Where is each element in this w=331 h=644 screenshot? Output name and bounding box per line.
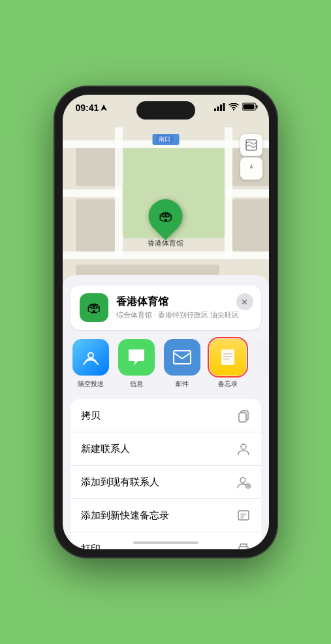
map-icon (245, 139, 257, 151)
svg-rect-1 (214, 108, 216, 111)
svg-point-5 (232, 108, 234, 110)
svg-rect-4 (223, 103, 225, 111)
share-item-notes[interactable]: 备忘录 (208, 339, 248, 389)
venue-card: 🏟 香港体育馆 综合体育馆 · 香港特别行政区 油尖旺区 ✕ (71, 285, 261, 330)
notes-label: 备忘录 (218, 379, 238, 389)
share-item-more[interactable]: 推 (253, 339, 269, 389)
svg-rect-7 (256, 105, 257, 108)
mail-label: 邮件 (176, 379, 189, 389)
copy-icon (236, 408, 251, 423)
action-new-contact[interactable]: 新建联系人 (71, 432, 261, 466)
new-contact-icon (236, 442, 251, 456)
airdrop-icon-wrap (72, 339, 109, 376)
share-item-messages[interactable]: 信息 (116, 339, 157, 389)
action-add-existing[interactable]: 添加到现有联系人 (71, 466, 261, 499)
add-notes-label: 添加到新快速备忘录 (81, 509, 169, 522)
marker-pin: 🏟 (142, 192, 190, 240)
copy-label: 拷贝 (81, 410, 101, 422)
notes-icon-wrap (210, 339, 246, 376)
dynamic-island (136, 101, 195, 120)
status-time: 09:41 (76, 103, 108, 113)
svg-rect-12 (221, 349, 234, 365)
svg-point-29 (246, 549, 247, 550)
add-existing-icon (236, 475, 251, 489)
share-item-mail[interactable]: 邮件 (162, 339, 202, 389)
home-indicator (133, 541, 198, 544)
close-button[interactable]: ✕ (236, 293, 253, 310)
svg-rect-14 (223, 356, 232, 357)
airdrop-label: 隔空投送 (78, 379, 104, 389)
compass-icon (246, 163, 257, 174)
more-dots (262, 348, 269, 367)
airdrop-icon (81, 347, 101, 367)
svg-point-18 (241, 444, 246, 449)
svg-point-19 (240, 477, 245, 483)
share-row: 隔空投送 信息 (63, 330, 269, 394)
svg-rect-9 (246, 140, 257, 150)
print-label: 打印 (81, 543, 101, 550)
phone-screen: 09:41 (63, 95, 269, 549)
mail-icon (172, 349, 192, 365)
location-button[interactable] (240, 157, 262, 180)
svg-rect-13 (223, 353, 232, 355)
svg-rect-2 (217, 106, 219, 111)
print-icon (236, 541, 251, 549)
add-notes-icon (236, 508, 251, 523)
svg-rect-11 (174, 351, 191, 364)
add-existing-label: 添加到现有联系人 (81, 476, 159, 489)
svg-rect-3 (220, 105, 222, 111)
venue-subtitle: 综合体育馆 · 香港特别行政区 油尖旺区 (116, 310, 252, 320)
action-add-notes[interactable]: 添加到新快速备忘录 (71, 499, 261, 532)
time-label: 09:41 (76, 103, 99, 113)
svg-rect-15 (223, 359, 230, 360)
action-print[interactable]: 打印 (71, 532, 261, 549)
map-controls[interactable] (240, 134, 262, 180)
venue-name: 香港体育馆 (116, 295, 252, 309)
svg-rect-8 (243, 105, 254, 110)
svg-rect-17 (239, 413, 246, 422)
messages-icon-wrap (118, 339, 155, 376)
map-type-button[interactable] (240, 134, 262, 156)
notes-icon (218, 347, 238, 367)
bottom-sheet: 🏟 香港体育馆 综合体育馆 · 香港特别行政区 油尖旺区 ✕ (63, 275, 269, 549)
phone-frame: 09:41 (55, 87, 277, 557)
action-copy[interactable]: 拷贝 (71, 399, 261, 432)
stadium-marker: 🏟 香港体育馆 (148, 199, 183, 248)
marker-icon: 🏟 (159, 208, 173, 225)
wifi-icon (229, 103, 239, 111)
messages-label: 信息 (130, 379, 143, 389)
signal-icon (214, 103, 225, 111)
mail-icon-wrap (164, 339, 200, 376)
share-item-airdrop[interactable]: 隔空投送 (71, 339, 111, 389)
venue-icon: 🏟 (80, 293, 108, 322)
more-icon-wrap (255, 339, 269, 376)
battery-icon (242, 103, 259, 111)
status-icons (214, 103, 259, 111)
svg-marker-0 (101, 105, 107, 111)
new-contact-label: 新建联系人 (81, 443, 130, 455)
map-label: 南口 (152, 134, 179, 145)
action-list: 拷贝 新建联系人 添加到现有联系人 (71, 399, 261, 549)
location-arrow-icon (101, 105, 107, 111)
svg-point-10 (88, 353, 93, 358)
messages-icon (127, 348, 146, 366)
venue-info: 香港体育馆 综合体育馆 · 香港特别行政区 油尖旺区 (116, 295, 252, 320)
svg-rect-23 (238, 511, 249, 520)
